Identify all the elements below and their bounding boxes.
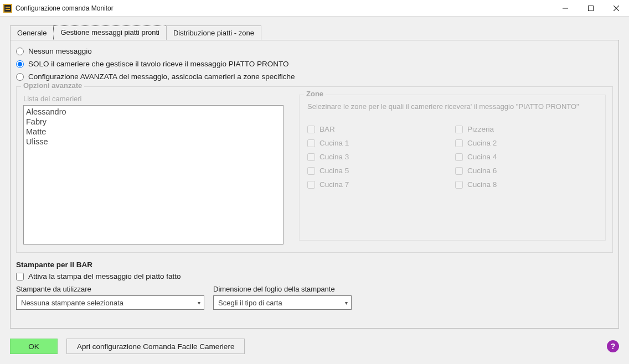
chevron-down-icon: ▾ — [198, 300, 200, 306]
zone-check-input[interactable] — [455, 153, 463, 161]
zone-check-input[interactable] — [455, 126, 463, 133]
zone-checkbox[interactable]: Cucina 8 — [455, 180, 597, 189]
message-mode-radios: Nessun messaggio SOLO il cameriere che g… — [16, 47, 613, 81]
printer-toggle-label: Attiva la stampa del messaggio del piatt… — [28, 272, 181, 280]
close-button[interactable] — [604, 0, 629, 17]
list-item[interactable]: Alessandro — [26, 107, 281, 117]
zone-checkbox[interactable]: Cucina 6 — [455, 167, 597, 175]
svg-rect-1 — [4, 5, 11, 12]
zone-check-input[interactable] — [455, 167, 463, 175]
zone-checkbox[interactable]: Pizzeria — [455, 125, 597, 133]
app-icon — [3, 4, 12, 13]
tab-content: Nessun messaggio SOLO il cameriere che g… — [10, 40, 619, 329]
zone-checkbox[interactable]: Cucina 2 — [455, 139, 597, 147]
zone-check-input[interactable] — [307, 139, 315, 147]
window-title: Configurazione comanda Monitor — [16, 4, 114, 12]
paper-select-col: Dimensione del foglio della stampante Sc… — [213, 285, 352, 310]
tab-distribuzione[interactable]: Distribuzione piatti - zone — [166, 25, 261, 40]
zones-help-text: Selezinare le zone per le quali il camer… — [307, 102, 597, 112]
zone-check-input[interactable] — [307, 167, 315, 175]
zone-check-input[interactable] — [307, 153, 315, 161]
advanced-group-title: Opzioni avanzate — [21, 81, 84, 90]
printer-select[interactable]: Nessuna stampante selezionata ▾ — [16, 295, 204, 310]
titlebar: Configurazione comanda Monitor — [0, 0, 629, 17]
waiters-column: Lista dei camerieri Alessandro Fabry Mat… — [23, 95, 283, 245]
list-item[interactable]: Ulisse — [26, 137, 281, 147]
printer-toggle[interactable]: Attiva la stampa del messaggio del piatt… — [16, 272, 613, 280]
radio-solo-label: SOLO il cameriere che gestisce il tavolo… — [28, 60, 288, 68]
zones-title: Zone — [304, 90, 326, 98]
zones-group: Zone Selezinare le zone per le quali il … — [299, 95, 606, 241]
radio-nessun-input[interactable] — [16, 48, 24, 55]
zone-checkbox[interactable]: Cucina 4 — [455, 153, 597, 161]
list-item[interactable]: Fabry — [26, 117, 281, 127]
radio-nessun-label: Nessun messaggio — [28, 47, 92, 55]
printer-heading: Stampante per il BAR — [16, 261, 613, 269]
tab-generale[interactable]: Generale — [10, 25, 54, 40]
zones-column: Zone Selezinare le zone per le quali il … — [299, 95, 606, 245]
zone-checkbox[interactable]: Cucina 1 — [307, 139, 450, 147]
zone-label: Cucina 5 — [319, 167, 349, 175]
list-item[interactable]: Matte — [26, 127, 281, 137]
radio-avanzata-input[interactable] — [16, 73, 24, 81]
zone-checkbox[interactable]: Cucina 3 — [307, 153, 450, 161]
radio-avanzata[interactable]: Configurazione AVANZATA del messaggio, a… — [16, 72, 613, 81]
open-config-button[interactable]: Apri configurazione Comanda Facile Camer… — [66, 339, 245, 354]
zone-check-input[interactable] — [455, 139, 463, 147]
zone-checkbox[interactable]: BAR — [307, 125, 450, 133]
minimize-button[interactable] — [553, 0, 578, 17]
advanced-options-group: Opzioni avanzate Lista dei camerieri Ale… — [16, 86, 613, 253]
paper-select[interactable]: Scegli il tipo di carta ▾ — [213, 295, 352, 310]
zone-label: Cucina 6 — [467, 167, 497, 175]
printer-toggle-input[interactable] — [16, 273, 24, 280]
zones-grid: BAR Pizzeria Cucina 1 Cucina 2 Cucina 3 … — [307, 125, 597, 189]
waiters-listbox[interactable]: Alessandro Fabry Matte Ulisse — [23, 105, 283, 245]
zone-label: Cucina 4 — [467, 153, 497, 161]
zone-label: BAR — [319, 125, 335, 133]
paper-select-value: Scegli il tipo di carta — [218, 299, 282, 307]
radio-solo-input[interactable] — [16, 60, 24, 68]
tabstrip: Generale Gestione messaggi piatti pronti… — [10, 25, 261, 39]
advanced-columns: Lista dei camerieri Alessandro Fabry Mat… — [23, 95, 606, 245]
zone-check-input[interactable] — [307, 181, 315, 189]
tab-gestione-messaggi[interactable]: Gestione messaggi piatti pronti — [53, 25, 166, 40]
help-icon[interactable]: ? — [607, 340, 619, 352]
zone-check-input[interactable] — [455, 181, 463, 189]
zone-label: Cucina 2 — [467, 139, 497, 147]
zone-label: Pizzeria — [467, 125, 494, 133]
client-area: Generale Gestione messaggi piatti pronti… — [0, 17, 629, 364]
chevron-down-icon: ▾ — [345, 300, 348, 306]
radio-nessun-messaggio[interactable]: Nessun messaggio — [16, 47, 613, 55]
printer-select-col: Stampante da utilizzare Nessuna stampant… — [16, 285, 204, 310]
svg-rect-4 — [589, 6, 594, 11]
zone-checkbox[interactable]: Cucina 7 — [307, 180, 450, 189]
zone-checkbox[interactable]: Cucina 5 — [307, 167, 450, 175]
radio-solo-cameriere[interactable]: SOLO il cameriere che gestisce il tavolo… — [16, 60, 613, 68]
printer-select-value: Nessuna stampante selezionata — [21, 299, 123, 307]
zone-label: Cucina 3 — [319, 153, 349, 161]
zone-check-input[interactable] — [307, 126, 315, 133]
ok-button[interactable]: OK — [10, 339, 58, 354]
svg-rect-3 — [6, 9, 10, 10]
zone-label: Cucina 7 — [319, 180, 349, 189]
waiters-list-label: Lista dei camerieri — [23, 95, 283, 103]
bottom-bar: OK Apri configurazione Comanda Facile Ca… — [10, 339, 619, 354]
svg-rect-2 — [6, 7, 10, 8]
paper-select-label: Dimensione del foglio della stampante — [213, 285, 352, 293]
printer-selects-row: Stampante da utilizzare Nessuna stampant… — [16, 285, 613, 310]
printer-section: Stampante per il BAR Attiva la stampa de… — [16, 261, 613, 310]
printer-select-label: Stampante da utilizzare — [16, 285, 204, 293]
radio-avanzata-label: Configurazione AVANZATA del messaggio, a… — [28, 72, 295, 81]
maximize-button[interactable] — [578, 0, 604, 17]
window-controls — [553, 0, 629, 17]
titlebar-left: Configurazione comanda Monitor — [0, 4, 114, 13]
zone-label: Cucina 1 — [319, 139, 349, 147]
zone-label: Cucina 8 — [467, 180, 497, 189]
